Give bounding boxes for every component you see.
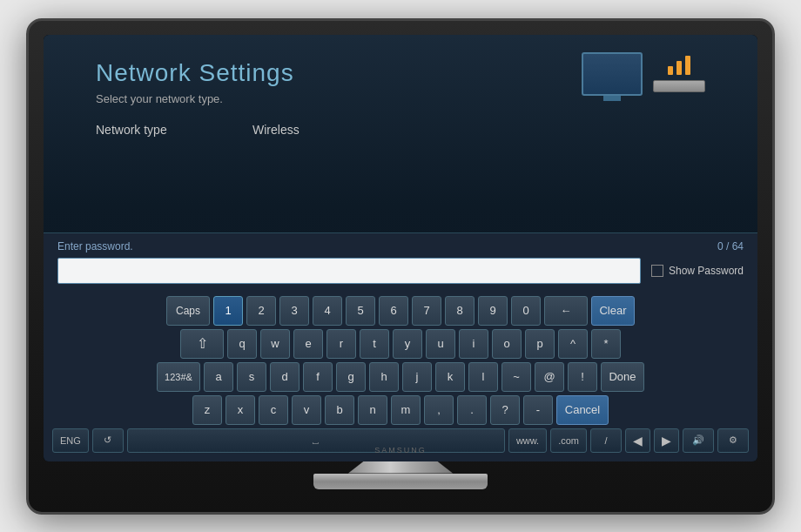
key-r[interactable]: r [326,329,356,359]
key-refresh[interactable]: ↺ [92,428,124,453]
key-row-2: ⇧ q w e r t y u i o p ^ * [52,329,749,359]
stand-neck [348,461,453,474]
top-section: Network Settings Select your network typ… [44,35,757,232]
key-n[interactable]: n [358,395,387,425]
key-5[interactable]: 5 [346,296,375,326]
samsung-logo: SAMSUNG [374,446,427,455]
password-input-row: Show Password [57,258,744,284]
key-backspace[interactable]: ← [544,296,588,326]
enter-password-label: Enter password. [57,240,133,253]
password-header: Enter password. 0 / 64 [57,240,744,253]
show-password-row: Show Password [651,265,744,277]
tv-screen: Network Settings Select your network typ… [44,35,757,461]
wave2 [676,61,682,75]
show-password-label: Show Password [669,265,744,277]
router-body [653,80,705,92]
key-z[interactable]: z [192,395,222,425]
key-q[interactable]: q [227,329,257,359]
key-space[interactable]: ⎵ [127,428,505,453]
key-lang[interactable]: ENG [52,428,89,453]
key-nav-right[interactable]: ▶ [654,428,679,453]
key-nav-left[interactable]: ◀ [625,428,650,453]
key-2[interactable]: 2 [246,296,276,326]
key-l[interactable]: l [468,362,498,392]
key-u[interactable]: u [426,329,455,359]
key-m[interactable]: m [391,395,421,425]
char-count: 0 / 64 [717,240,744,253]
key-done[interactable]: Done [601,362,644,392]
key-d[interactable]: d [270,362,300,392]
key-dash[interactable]: - [523,395,553,425]
key-e[interactable]: e [293,329,323,359]
monitor-icon [582,52,643,96]
stand-base [313,474,488,489]
key-settings[interactable]: ⚙ [717,428,749,453]
key-k[interactable]: k [435,362,465,392]
key-www[interactable]: www. [508,428,547,453]
key-4[interactable]: 4 [313,296,342,326]
key-123[interactable]: 123#& [157,362,200,392]
key-9[interactable]: 9 [478,296,508,326]
wifi-illustration [582,52,705,96]
key-exclaim[interactable]: ! [568,362,597,392]
key-i[interactable]: i [459,329,488,359]
key-g[interactable]: g [336,362,366,392]
key-period[interactable]: . [457,395,487,425]
key-question[interactable]: ? [490,395,520,425]
key-o[interactable]: o [492,329,522,359]
key-p[interactable]: p [525,329,555,359]
wave1 [668,66,673,75]
key-t[interactable]: t [360,329,389,359]
tv-stand [313,461,488,496]
key-b[interactable]: b [325,395,354,425]
key-clear[interactable]: Clear [591,296,635,326]
key-f[interactable]: f [303,362,333,392]
key-cancel[interactable]: Cancel [556,395,609,425]
password-input[interactable] [57,258,641,284]
tv-outer: Network Settings Select your network typ… [26,18,775,515]
key-7[interactable]: 7 [412,296,441,326]
key-at[interactable]: @ [535,362,564,392]
key-shift[interactable]: ⇧ [180,329,224,359]
key-c[interactable]: c [259,395,288,425]
key-8[interactable]: 8 [445,296,475,326]
key-s[interactable]: s [237,362,266,392]
tv-screen-bezel: Network Settings Select your network typ… [44,35,757,461]
key-0[interactable]: 0 [511,296,541,326]
key-volume[interactable]: 🔊 [683,428,714,453]
key-j[interactable]: j [402,362,432,392]
keyboard-section: Caps 1 2 3 4 5 6 7 8 9 0 ← Clear ⇧ [44,293,757,461]
key-y[interactable]: y [393,329,422,359]
key-tilde[interactable]: ~ [501,362,531,392]
router-waves [668,56,690,75]
key-a[interactable]: a [204,362,233,392]
key-x[interactable]: x [225,395,255,425]
router-icon [653,56,705,92]
wave3 [685,56,690,75]
key-row-1: Caps 1 2 3 4 5 6 7 8 9 0 ← Clear [52,296,749,326]
key-1[interactable]: 1 [213,296,243,326]
network-type-label: Network type [96,123,252,137]
key-6[interactable]: 6 [379,296,408,326]
key-asterisk[interactable]: * [591,329,621,359]
key-caps[interactable]: Caps [166,296,210,326]
key-row-4: z x c v b n m , . ? - Cancel [52,395,749,425]
network-type-value: Wireless [252,123,300,137]
key-v[interactable]: v [292,395,321,425]
key-h[interactable]: h [369,362,399,392]
network-row: Network type Wireless [96,123,705,137]
show-password-checkbox[interactable] [651,265,663,277]
key-w[interactable]: w [260,329,290,359]
key-3[interactable]: 3 [279,296,309,326]
key-caret[interactable]: ^ [558,329,588,359]
key-comma[interactable]: , [424,395,454,425]
key-row-3: 123#& a s d f g h j k l ~ @ ! Done [52,362,749,392]
key-slash[interactable]: / [590,428,622,453]
password-section: Enter password. 0 / 64 Show Password [44,233,757,293]
key-com[interactable]: .com [550,428,587,453]
